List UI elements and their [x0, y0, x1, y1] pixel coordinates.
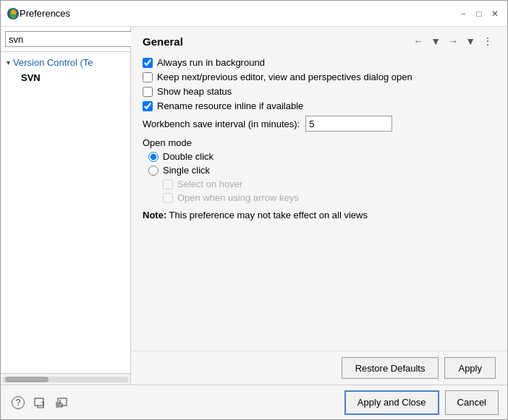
rename-resource-checkbox[interactable] [143, 101, 153, 111]
checkbox-row-1: Always run in background [143, 57, 496, 68]
preferences-window: Preferences − □ ✕ ✕ ▾ Version Control (T… [0, 0, 508, 420]
scrollbar-thumb [5, 377, 48, 382]
main-area: ✕ ▾ Version Control (Te SVN [1, 27, 507, 385]
sidebar: ✕ ▾ Version Control (Te SVN [1, 27, 131, 385]
header-icons: ← ▼ → ▼ ⋮ [410, 34, 496, 48]
single-click-radio[interactable] [148, 166, 158, 176]
checkbox-row-4: Rename resource inline if available [143, 100, 496, 111]
select-hover-row: Select on hover [143, 179, 496, 189]
note-row: Note: This preference may not take effec… [143, 209, 496, 222]
interval-input[interactable] [305, 116, 392, 132]
sidebar-scrollbar[interactable] [1, 373, 130, 385]
tree-parent-item[interactable]: ▾ Version Control (Te [1, 55, 130, 70]
svg-point-2 [11, 10, 17, 14]
footer-left-icons: ? [9, 394, 70, 411]
tree-child-item[interactable]: SVN [1, 70, 130, 85]
open-arrow-label: Open when using arrow keys [177, 192, 299, 203]
forward-button[interactable]: → [445, 34, 461, 48]
interval-row: Workbench save interval (in minutes): [143, 116, 496, 132]
note-text: This preference may not take effect on a… [166, 210, 368, 220]
tree-parent-label: Version Control (Te [13, 57, 93, 68]
eclipse-icon [7, 7, 20, 20]
open-arrow-row: Open when using arrow keys [143, 192, 496, 203]
content-body: Always run in background Keep next/previ… [131, 53, 507, 351]
window-controls: − □ ✕ [457, 7, 501, 20]
tree-expand-icon: ▾ [7, 59, 10, 67]
single-click-label: Single click [163, 165, 210, 176]
content-footer: Restore Defaults Apply [131, 351, 507, 385]
select-hover-checkbox[interactable] [163, 179, 173, 189]
double-click-radio[interactable] [148, 152, 158, 162]
minimize-button[interactable]: − [457, 7, 470, 20]
import-button[interactable] [53, 394, 70, 411]
export-icon [33, 396, 46, 409]
double-click-row: Double click [143, 151, 496, 162]
forward-dropdown-button[interactable]: ▼ [462, 34, 478, 48]
export-button[interactable] [31, 394, 48, 411]
apply-close-button[interactable]: Apply and Close [344, 390, 439, 415]
help-icon: ? [12, 396, 25, 409]
interval-label: Workbench save interval (in minutes): [143, 119, 300, 129]
import-icon [55, 396, 68, 409]
back-button[interactable]: ← [410, 34, 426, 48]
keep-next-label: Keep next/previous editor, view and pers… [157, 72, 412, 82]
checkbox-row-2: Keep next/previous editor, view and pers… [143, 72, 496, 82]
menu-button[interactable]: ⋮ [480, 34, 496, 48]
search-bar: ✕ [1, 27, 130, 52]
tree-area: ▾ Version Control (Te SVN [1, 52, 130, 373]
maximize-button[interactable]: □ [473, 7, 486, 20]
window-title: Preferences [20, 8, 457, 19]
content-header: General ← ▼ → ▼ ⋮ [131, 27, 507, 53]
select-hover-label: Select on hover [177, 179, 242, 189]
rename-resource-label: Rename resource inline if available [157, 100, 303, 111]
show-heap-label: Show heap status [157, 86, 232, 97]
window-footer: ? Apply and [1, 385, 507, 419]
cancel-button[interactable]: Cancel [445, 390, 499, 415]
content-area: General ← ▼ → ▼ ⋮ Always run in backgrou… [131, 27, 507, 385]
footer-right-buttons: Apply and Close Cancel [344, 390, 499, 415]
title-bar: Preferences − □ ✕ [1, 1, 507, 27]
window-body: ✕ ▾ Version Control (Te SVN [1, 27, 507, 419]
double-click-label: Double click [163, 151, 213, 162]
apply-button[interactable]: Apply [444, 357, 496, 379]
single-click-row: Single click [143, 165, 496, 176]
help-button[interactable]: ? [9, 394, 27, 411]
open-mode-label: Open mode [143, 137, 496, 148]
restore-defaults-button[interactable]: Restore Defaults [342, 357, 439, 379]
always-run-label: Always run in background [157, 57, 265, 68]
show-heap-checkbox[interactable] [143, 87, 153, 97]
content-title: General [143, 35, 183, 48]
search-input[interactable] [5, 31, 134, 47]
always-run-checkbox[interactable] [143, 58, 153, 68]
scrollbar-track [2, 377, 129, 382]
close-button[interactable]: ✕ [488, 7, 501, 20]
keep-next-checkbox[interactable] [143, 72, 153, 82]
back-dropdown-button[interactable]: ▼ [428, 34, 444, 48]
checkbox-row-3: Show heap status [143, 86, 496, 97]
note-bold: Note: [143, 210, 166, 220]
open-arrow-checkbox[interactable] [163, 193, 173, 203]
